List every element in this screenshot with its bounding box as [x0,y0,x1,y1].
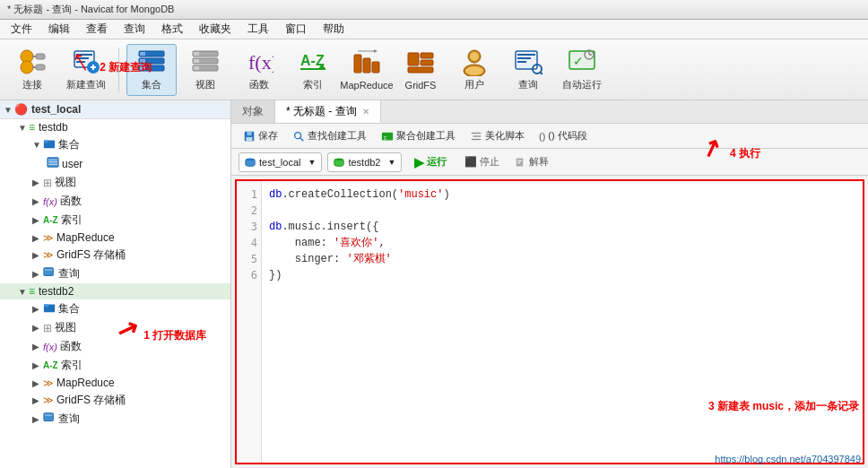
save-button[interactable]: 保存 [237,126,284,145]
testdb-query-label: 查询 [58,266,80,282]
menu-tools[interactable]: 工具 [240,20,276,39]
testdb-mr-label: MapReduce [56,231,115,244]
testdb2-mr-expand: ▶ [32,378,41,388]
menu-view[interactable]: 查看 [79,20,115,39]
testdb-index[interactable]: ▶ A-Z 索引 [0,211,230,230]
mapreduce-button[interactable]: MapReduce [342,44,392,96]
collection-icon [137,48,166,76]
code-segment-button[interactable]: () () 代码段 [533,126,594,145]
func-icon: f(x) [43,196,57,207]
root-label: test_local [31,103,81,116]
db2-icon [334,157,344,168]
user-button[interactable]: 用户 [449,44,499,96]
autorun-button[interactable]: ✓ 自动运行 [557,44,607,96]
find-build-button[interactable]: 查找创建工具 [286,126,373,145]
new-query-button[interactable]: 新建查询 [61,44,111,96]
testdb2-item[interactable]: ▼ ≡ testdb2 [0,283,230,299]
tab-objects[interactable]: 对象 [231,100,275,123]
testdb2-mr-label: MapReduce [56,377,115,389]
beautify-button[interactable]: 美化脚本 [464,126,531,145]
code-content[interactable]: db.createCollection('music') db.music.in… [262,181,863,463]
svg-point-3 [21,61,33,74]
tab-objects-label: 对象 [242,104,264,119]
testdb2-icon: ≡ [29,285,35,298]
testdb2-collection-expand: ▶ [32,304,41,314]
run-button[interactable]: ▶ 运行 [407,153,454,171]
view-button[interactable]: 视图 [180,44,230,96]
collection-folder-icon [43,137,56,152]
index-button[interactable]: A-Z 索引 [288,44,338,96]
menu-query[interactable]: 查询 [117,20,152,39]
testdb-query[interactable]: ▶ 查询 [0,264,230,283]
toolbar: 连接 新建查询 [0,39,868,100]
query-icon-sidebar [43,266,56,282]
svg-rect-56 [48,160,58,161]
svg-point-40 [470,52,479,61]
tab-query[interactable]: * 无标题 - 查询 ✕ [275,100,381,123]
testdb-mr[interactable]: ▶ ≫ MapReduce [0,230,230,246]
query-button[interactable]: 查询 [503,44,553,96]
menu-window[interactable]: 窗口 [278,20,314,39]
menu-edit[interactable]: 编辑 [41,20,77,39]
sidebar-root[interactable]: ▼ 🔴 test_local [0,100,230,119]
testdb-collection[interactable]: ▼ 集合 [0,135,230,154]
menu-help[interactable]: 帮助 [316,20,352,39]
gridfs-button[interactable]: GridFS [395,44,446,96]
run-label: 运行 [427,155,447,169]
testdb-view[interactable]: ▶ ⊞ 视图 [0,173,230,192]
stop-button[interactable]: ⬛ 停止 [459,153,505,170]
testdb-func[interactable]: ▶ f(x) 函数 [0,192,230,211]
testdb2-mr[interactable]: ▶ ≫ MapReduce [0,375,230,391]
testdb2-query[interactable]: ▶ 查询 [0,410,230,429]
svg-rect-29 [354,55,361,73]
testdb2-view-icon: ⊞ [43,322,52,334]
testdb2-index-label: 索引 [61,358,82,373]
testdb-index-label: 索引 [61,212,82,228]
menu-favorites[interactable]: 收藏夹 [192,20,239,39]
gridfs-icon [406,49,435,78]
testdb-user-item[interactable]: user [0,154,230,173]
code-editor[interactable]: 1 2 3 4 5 6 db.createCollection('music')… [235,179,864,464]
testdb2-collection[interactable]: ▶ 集合 [0,299,230,318]
svg-rect-16 [140,52,145,56]
secondary-toolbar: 保存 查找创建工具 Σ 聚合创建工具 美化脚本 () () 代码段 [231,124,868,149]
main-area: ▼ 🔴 test_local ▼ ≡ testdb ▼ 集合 user [0,100,868,468]
index-label: 索引 [303,78,323,91]
testdb2-func-expand: ▶ [32,342,41,351]
testdb-gridfs[interactable]: ▶ ≫ GridFS 存储桶 [0,246,230,264]
agg-build-button[interactable]: Σ 聚合创建工具 [375,126,462,145]
stop-icon: ⬛ [464,156,477,168]
view-icon [191,48,220,76]
collection-button[interactable]: 集合 [126,44,177,96]
testdb2-view[interactable]: ▶ ⊞ 视图 [0,318,230,337]
testdb2-func-label: 函数 [60,339,82,354]
menu-format[interactable]: 格式 [154,20,190,39]
explain-button[interactable]: 解释 [510,153,554,170]
db1-icon [245,157,256,168]
db2-selector[interactable]: testdb2 ▼ [327,152,402,172]
connect-icon [18,48,47,76]
db1-selector[interactable]: test_local ▼ [239,152,322,172]
tab-close-icon[interactable]: ✕ [362,107,369,117]
svg-point-41 [465,66,483,75]
testdb-func-label: 函数 [60,194,82,209]
testdb2-func[interactable]: ▶ f(x) 函数 [0,337,230,356]
testdb2-index[interactable]: ▶ A-Z 索引 [0,356,230,375]
testdb-item[interactable]: ▼ ≡ testdb [0,119,230,135]
agg-build-icon: Σ [381,130,394,143]
func-expand-icon: ▶ [32,196,41,206]
svg-rect-78 [518,160,523,160]
menu-file[interactable]: 文件 [4,20,39,39]
function-button[interactable]: f(x) 函数 [234,44,284,96]
testdb2-collection-folder-icon [43,301,56,316]
testdb2-gridfs[interactable]: ▶ ≫ GridFS 存储桶 [0,391,230,410]
autorun-label: 自动运行 [562,78,602,91]
beautify-icon [470,130,482,143]
connect-button[interactable]: 连接 [7,44,57,96]
svg-rect-63 [44,413,54,421]
new-query-icon [72,48,100,76]
svg-rect-45 [517,61,526,63]
autorun-icon: ✓ [568,48,596,76]
testdb2-collection-label: 集合 [58,301,80,316]
db2-dropdown-icon: ▼ [388,158,396,167]
